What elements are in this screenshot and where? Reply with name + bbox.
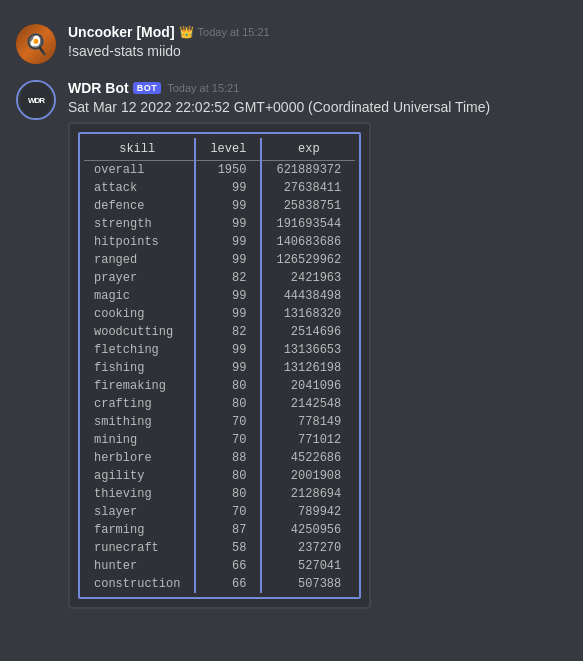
- username-wdrbot: WDR Bot: [68, 80, 129, 96]
- col-header-skill: skill: [84, 138, 195, 161]
- cell-6-0: prayer: [84, 269, 195, 287]
- cell-8-1: 99: [195, 305, 261, 323]
- table-row: fletching9913136653: [84, 341, 355, 359]
- cell-12-2: 2041096: [261, 377, 355, 395]
- table-row: farming874250956: [84, 521, 355, 539]
- cell-14-0: smithing: [84, 413, 195, 431]
- cell-8-0: cooking: [84, 305, 195, 323]
- table-row: hitpoints99140683686: [84, 233, 355, 251]
- cell-0-1: 1950: [195, 160, 261, 179]
- table-row: magic9944438498: [84, 287, 355, 305]
- stats-table-body: overall1950621889372attack9927638411defe…: [84, 160, 355, 593]
- cell-14-1: 70: [195, 413, 261, 431]
- cell-1-1: 99: [195, 179, 261, 197]
- cell-22-1: 66: [195, 557, 261, 575]
- message-list: 🍳 Uncooker [Mod] 👑 Today at 15:21 !saved…: [0, 16, 583, 637]
- cell-3-1: 99: [195, 215, 261, 233]
- table-row: hunter66527041: [84, 557, 355, 575]
- timestamp-wdrbot: Today at 15:21: [167, 82, 239, 94]
- table-row: construction66507388: [84, 575, 355, 593]
- table-row: cooking9913168320: [84, 305, 355, 323]
- cell-6-2: 2421963: [261, 269, 355, 287]
- table-row: fishing9913126198: [84, 359, 355, 377]
- message-subtitle: Sat Mar 12 2022 22:02:52 GMT+0000 (Coord…: [68, 98, 567, 118]
- cell-18-1: 80: [195, 485, 261, 503]
- cell-2-2: 25838751: [261, 197, 355, 215]
- message-text-uncooker: !saved-stats miido: [68, 42, 567, 62]
- cell-11-2: 13126198: [261, 359, 355, 377]
- cell-21-2: 237270: [261, 539, 355, 557]
- message-wdrbot: WDR WDR Bot BOT Today at 15:21 Sat Mar 1…: [16, 80, 567, 613]
- table-row: runecraft58237270: [84, 539, 355, 557]
- cell-11-0: fishing: [84, 359, 195, 377]
- cell-3-2: 191693544: [261, 215, 355, 233]
- cell-1-0: attack: [84, 179, 195, 197]
- cell-10-2: 13136653: [261, 341, 355, 359]
- table-row: herblore884522686: [84, 449, 355, 467]
- stats-container: skill level exp overall1950621889372atta…: [68, 122, 371, 609]
- cell-20-1: 87: [195, 521, 261, 539]
- cell-18-0: thieving: [84, 485, 195, 503]
- cell-7-1: 99: [195, 287, 261, 305]
- cell-13-2: 2142548: [261, 395, 355, 413]
- table-row: firemaking802041096: [84, 377, 355, 395]
- cell-13-1: 80: [195, 395, 261, 413]
- timestamp-uncooker: Today at 15:21: [198, 26, 270, 38]
- cell-12-1: 80: [195, 377, 261, 395]
- cell-9-1: 82: [195, 323, 261, 341]
- cell-23-2: 507388: [261, 575, 355, 593]
- avatar-uncooker: 🍳: [16, 24, 56, 64]
- bot-badge: BOT: [133, 82, 162, 94]
- message-header-wdrbot: WDR Bot BOT Today at 15:21: [68, 80, 567, 96]
- message-content-wdrbot: WDR Bot BOT Today at 15:21 Sat Mar 12 20…: [68, 80, 567, 613]
- message-uncooker: 🍳 Uncooker [Mod] 👑 Today at 15:21 !saved…: [16, 24, 567, 64]
- cell-17-2: 2001908: [261, 467, 355, 485]
- cell-4-2: 140683686: [261, 233, 355, 251]
- cell-3-0: strength: [84, 215, 195, 233]
- username-uncooker: Uncooker [Mod]: [68, 24, 175, 40]
- cell-23-0: construction: [84, 575, 195, 593]
- col-header-level: level: [195, 138, 261, 161]
- table-row: overall1950621889372: [84, 160, 355, 179]
- table-row: attack9927638411: [84, 179, 355, 197]
- cell-18-2: 2128694: [261, 485, 355, 503]
- cell-5-2: 126529962: [261, 251, 355, 269]
- avatar-wdrbot: WDR: [16, 80, 56, 120]
- message-content-uncooker: Uncooker [Mod] 👑 Today at 15:21 !saved-s…: [68, 24, 567, 62]
- cell-5-0: ranged: [84, 251, 195, 269]
- table-row: strength99191693544: [84, 215, 355, 233]
- cell-10-0: fletching: [84, 341, 195, 359]
- cell-2-1: 99: [195, 197, 261, 215]
- cell-7-0: magic: [84, 287, 195, 305]
- cell-19-1: 70: [195, 503, 261, 521]
- cell-6-1: 82: [195, 269, 261, 287]
- crown-icon: 👑: [179, 25, 194, 39]
- cell-22-2: 527041: [261, 557, 355, 575]
- cell-16-0: herblore: [84, 449, 195, 467]
- cell-22-0: hunter: [84, 557, 195, 575]
- cell-9-0: woodcutting: [84, 323, 195, 341]
- table-row: thieving802128694: [84, 485, 355, 503]
- cell-20-2: 4250956: [261, 521, 355, 539]
- cell-16-2: 4522686: [261, 449, 355, 467]
- cell-15-2: 771012: [261, 431, 355, 449]
- table-row: prayer822421963: [84, 269, 355, 287]
- cell-20-0: farming: [84, 521, 195, 539]
- table-row: agility802001908: [84, 467, 355, 485]
- cell-16-1: 88: [195, 449, 261, 467]
- cell-8-2: 13168320: [261, 305, 355, 323]
- cell-23-1: 66: [195, 575, 261, 593]
- cell-5-1: 99: [195, 251, 261, 269]
- cell-14-2: 778149: [261, 413, 355, 431]
- cell-11-1: 99: [195, 359, 261, 377]
- cell-10-1: 99: [195, 341, 261, 359]
- table-row: smithing70778149: [84, 413, 355, 431]
- table-border: skill level exp overall1950621889372atta…: [78, 132, 361, 599]
- cell-17-0: agility: [84, 467, 195, 485]
- table-row: ranged99126529962: [84, 251, 355, 269]
- cell-17-1: 80: [195, 467, 261, 485]
- cell-15-1: 70: [195, 431, 261, 449]
- cell-21-1: 58: [195, 539, 261, 557]
- cell-15-0: mining: [84, 431, 195, 449]
- cell-19-0: slayer: [84, 503, 195, 521]
